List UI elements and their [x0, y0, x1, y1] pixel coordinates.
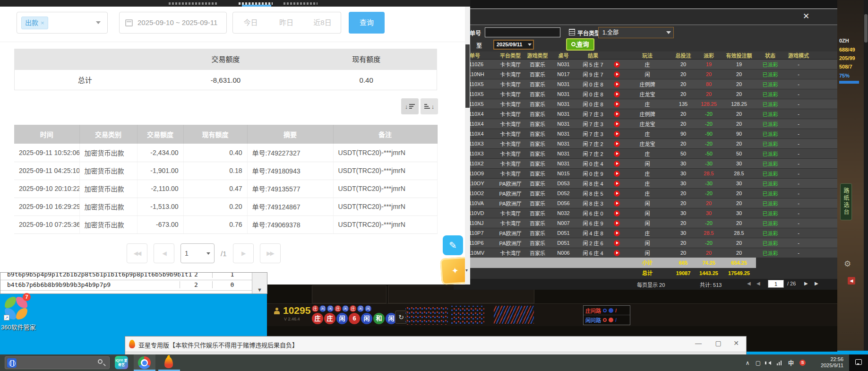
- cell: 闲 4 庄 8: [576, 228, 610, 238]
- ask-banker-row[interactable]: 庄问路 /: [584, 306, 630, 315]
- filter-tag[interactable]: 出款×: [21, 17, 48, 29]
- cell: PA欧洲厅: [496, 179, 524, 189]
- yesterday-button[interactable]: 昨日: [268, 12, 305, 34]
- clipped-tab[interactable]: [284, 2, 318, 5]
- page-select[interactable]: 1: [180, 243, 215, 263]
- maximize-button[interactable]: ▢: [712, 339, 724, 347]
- ask-player-row[interactable]: 闲问路 /: [584, 315, 630, 325]
- last-page-button[interactable]: ▶▶: [260, 243, 281, 263]
- last-8-days-button[interactable]: 近8日: [304, 12, 341, 34]
- scrollbar[interactable]: ▼: [252, 273, 267, 293]
- close-button[interactable]: ✕: [730, 339, 742, 347]
- back-arrow-button[interactable]: ◀: [848, 277, 855, 285]
- window-titlebar[interactable]: 亚星专用版【本软件只作娱乐不得用于赌博违规后果自负】 — ▢ ✕: [125, 336, 746, 352]
- play-video-icon[interactable]: [614, 210, 620, 216]
- sort-desc-button[interactable]: ↓: [401, 98, 419, 114]
- bet-row: 9110VD卡卡湾厅百家乐N032闲 6 庄 0闲303030已派彩-: [454, 208, 837, 218]
- gear-icon[interactable]: ⚙: [844, 259, 851, 269]
- search-button[interactable]: 查询: [349, 12, 385, 34]
- taskbar-iqiyi-icon[interactable]: iQIYI 爱奇艺: [115, 356, 128, 369]
- scrollbar[interactable]: ▾: [465, 7, 470, 285]
- cell: [610, 149, 624, 159]
- cell: 20: [671, 238, 696, 248]
- cell: [610, 238, 624, 248]
- remove-tag-icon[interactable]: ×: [41, 19, 44, 26]
- today-button[interactable]: 今日: [232, 12, 269, 34]
- play-video-icon[interactable]: [614, 240, 620, 246]
- cell: -1,901.00: [137, 162, 183, 180]
- platform-type-select[interactable]: 1.全部: [598, 27, 674, 38]
- cell: 已派彩: [756, 99, 784, 109]
- browser-globe-icon[interactable]: [7, 358, 17, 368]
- column-header: 游戏模式: [784, 52, 813, 60]
- play-video-icon[interactable]: [614, 230, 620, 236]
- hash-list-window: b9t6p9b5p4p9p1t2b1b2p8t5b1p1b1t6p9p8p1t6…: [0, 272, 267, 294]
- scroll-down-icon[interactable]: ▾: [465, 267, 468, 273]
- date-picker[interactable]: 2025/09/11: [493, 40, 534, 50]
- play-video-icon[interactable]: [614, 181, 620, 187]
- prev-page-icon[interactable]: ◀: [756, 281, 760, 286]
- feedback-button[interactable]: ✎: [443, 235, 463, 255]
- road-paper-tab[interactable]: 路纸选台: [840, 183, 852, 220]
- cell: 庄: [624, 179, 671, 189]
- date-range-input[interactable]: 2025-09-10 ~ 2025-09-11: [119, 12, 227, 34]
- play-video-icon[interactable]: [614, 121, 620, 127]
- scroll-down-icon[interactable]: ▼: [257, 287, 262, 293]
- play-video-icon[interactable]: [614, 71, 620, 78]
- antivirus-tray-icon[interactable]: S: [799, 360, 806, 366]
- page-number-input[interactable]: 1: [768, 280, 784, 288]
- play-video-icon[interactable]: [614, 131, 620, 137]
- play-video-icon[interactable]: [614, 200, 620, 207]
- scrollbar-thumb[interactable]: [465, 44, 470, 108]
- transaction-type-select[interactable]: 出款×: [17, 12, 108, 34]
- next-page-button[interactable]: ▶: [233, 243, 254, 263]
- play-video-icon[interactable]: [614, 171, 620, 177]
- scrollbar-thumb[interactable]: [864, 14, 868, 43]
- taskbar-search-box[interactable]: [5, 356, 110, 369]
- play-video-icon[interactable]: [614, 111, 620, 117]
- sort-asc-button[interactable]: ↓: [421, 98, 438, 114]
- cell: 卡卡湾厅: [496, 79, 524, 89]
- play-video-icon[interactable]: [614, 250, 620, 256]
- scrollbar[interactable]: [864, 0, 868, 351]
- volume-icon[interactable]: [766, 361, 771, 365]
- taskbar-clock[interactable]: 22:56 2025/9/11: [821, 356, 843, 369]
- filter-tag-label: 出款: [25, 19, 38, 26]
- clipped-tab[interactable]: [169, 2, 218, 5]
- play-video-icon[interactable]: [614, 190, 620, 197]
- road-marker: 闲: [319, 305, 326, 312]
- minimize-button[interactable]: —: [692, 339, 705, 347]
- notification-center-button[interactable]: [849, 354, 868, 371]
- play-video-icon[interactable]: [614, 161, 620, 167]
- hash-text: b9t6p9b5p4p9p1t2b1b2p8t5b1p1b1t6p9p8p1t6…: [7, 272, 192, 278]
- play-video-icon[interactable]: [614, 91, 620, 97]
- ime-indicator[interactable]: 中: [788, 359, 794, 367]
- close-icon[interactable]: ✕: [801, 11, 811, 21]
- first-page-button[interactable]: ◀◀: [127, 243, 147, 263]
- play-video-icon[interactable]: [614, 61, 620, 68]
- cell: 卡卡湾厅: [496, 89, 524, 99]
- column-header: 交易额度: [137, 125, 183, 144]
- play-video-icon[interactable]: [614, 141, 620, 147]
- last-page-icon[interactable]: ▶: [815, 281, 818, 286]
- next-page-icon[interactable]: ▶: [804, 281, 808, 286]
- cell: [813, 169, 837, 179]
- tray-window-icon[interactable]: ▢: [756, 360, 761, 366]
- first-page-icon[interactable]: ◀: [747, 281, 751, 286]
- cell: 128.25: [722, 99, 756, 109]
- cell: [813, 238, 837, 248]
- network-icon[interactable]: [777, 361, 782, 365]
- cell: USDT(TRC20)-***jmrN: [333, 162, 437, 180]
- play-video-icon[interactable]: [614, 101, 620, 107]
- order-number-input[interactable]: [485, 27, 560, 37]
- desktop-icon-360[interactable]: 7 ↗ 360软件管家: [3, 294, 55, 337]
- bet-row: 9110MV卡卡湾厅百家乐N006闲 6 庄 4闲202020已派彩-: [454, 248, 837, 258]
- query-button[interactable]: 查询: [566, 38, 594, 51]
- play-video-icon[interactable]: [614, 151, 620, 157]
- taskbar-yaxing-button[interactable]: [158, 354, 180, 371]
- taskbar-chrome-button[interactable]: [134, 354, 155, 371]
- prev-page-button[interactable]: ◀: [154, 243, 174, 263]
- play-video-icon[interactable]: [614, 220, 620, 226]
- play-video-icon[interactable]: [614, 81, 620, 87]
- tray-expand-icon[interactable]: ∧: [746, 360, 750, 366]
